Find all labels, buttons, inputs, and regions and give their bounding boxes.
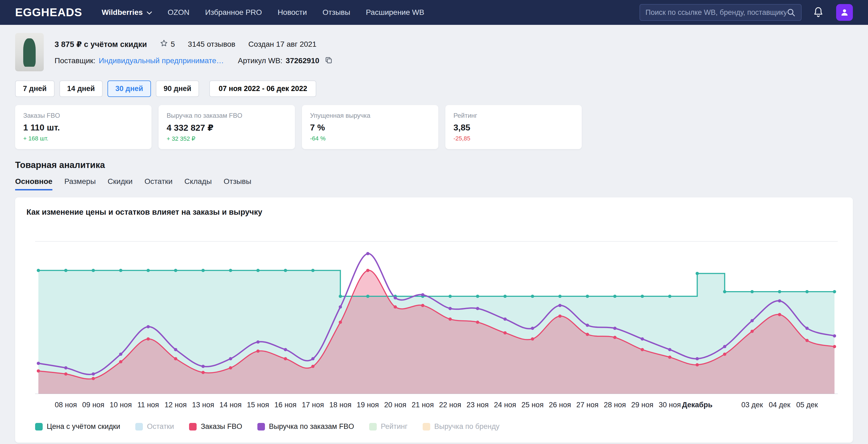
data-point	[476, 295, 479, 298]
user-icon	[840, 7, 849, 18]
data-point	[366, 269, 369, 272]
search-icon[interactable]	[786, 8, 796, 17]
copy-article-button[interactable]	[324, 56, 333, 65]
period-90d-button[interactable]: 90 дней	[156, 81, 199, 97]
analytics-tabs: ОсновноеРазмерыСкидкиОстаткиСкладыОтзывы	[15, 177, 853, 190]
data-point	[778, 290, 781, 293]
legend-item-stocks[interactable]: Остатки	[135, 422, 174, 431]
data-point	[805, 339, 809, 342]
x-tick-label: 28 ноя	[604, 401, 626, 409]
stat-card-lost-revenue: Упущенная выручка7 %-64 %	[302, 105, 438, 149]
nav-item-news[interactable]: Новости	[278, 8, 307, 17]
data-point	[750, 290, 754, 293]
nav-item-label: OZON	[168, 8, 190, 17]
data-point	[92, 373, 95, 376]
x-tick-label: 12 ноя	[164, 401, 187, 409]
supplier-link[interactable]: Индивидуальный предпринимате…	[99, 57, 224, 65]
legend-swatch	[135, 423, 143, 431]
data-point	[586, 295, 589, 298]
data-point	[503, 295, 507, 298]
stat-delta: -64 %	[310, 135, 430, 142]
product-image[interactable]	[15, 33, 44, 71]
product-rating: 5	[160, 39, 175, 49]
stats-row: Заказы FBO1 110 шт.+ 168 шт.Выручка по з…	[15, 105, 853, 149]
legend-item-brand-revenue[interactable]: Выручка по бренду	[423, 422, 499, 431]
tab-stocks[interactable]: Остатки	[145, 177, 173, 190]
page-content: 3 875 ₽ с учётом скидки 5 3145 отзывов С…	[0, 33, 868, 443]
data-point	[696, 272, 699, 275]
data-point	[311, 269, 315, 272]
tab-main[interactable]: Основное	[15, 177, 52, 190]
data-point	[586, 333, 589, 336]
data-point	[723, 345, 726, 348]
data-point	[174, 357, 177, 360]
stat-value: 1 110 шт.	[23, 123, 144, 133]
legend-item-rating[interactable]: Рейтинг	[369, 422, 407, 431]
nav-item-wildberries[interactable]: Wildberries	[101, 8, 152, 17]
period-buttons: 7 дней14 дней30 дней90 дней	[15, 81, 199, 97]
nav-item-reviews[interactable]: Отзывы	[322, 8, 350, 17]
search-box[interactable]	[640, 4, 802, 21]
legend-label: Цена с учётом скидки	[47, 422, 120, 431]
legend-item-orders-fbo[interactable]: Заказы FBO	[189, 422, 242, 431]
period-selector: 7 дней14 дней30 дней90 дней 07 ноя 2022 …	[15, 81, 853, 97]
period-30d-button[interactable]: 30 дней	[107, 81, 151, 97]
data-point	[641, 295, 644, 298]
nav-item-favorites-pro[interactable]: Избранное PRO	[205, 8, 262, 17]
data-point	[503, 318, 507, 321]
stat-value: 7 %	[310, 123, 430, 133]
legend-label: Рейтинг	[381, 422, 407, 431]
x-tick-label: 14 ноя	[220, 401, 242, 409]
stat-delta: + 32 352 ₽	[167, 135, 287, 142]
data-point	[448, 318, 452, 321]
data-point	[366, 252, 369, 255]
data-point	[531, 337, 534, 341]
legend-item-revenue-fbo[interactable]: Выручка по заказам FBO	[257, 422, 354, 431]
data-point	[531, 295, 534, 298]
eggheads-logo[interactable]: EGGHEADS	[15, 6, 82, 19]
date-range-picker[interactable]: 07 ноя 2022 - 06 дек 2022	[209, 81, 316, 97]
x-tick-label: 26 ноя	[549, 401, 571, 409]
tab-warehouses[interactable]: Склады	[184, 177, 212, 190]
period-7d-button[interactable]: 7 дней	[15, 81, 55, 97]
data-point	[229, 357, 232, 360]
period-14d-button[interactable]: 14 дней	[59, 81, 103, 97]
nav-item-ozon[interactable]: OZON	[168, 8, 190, 17]
profile-button[interactable]	[836, 4, 853, 21]
rating-value: 5	[171, 40, 175, 49]
data-point	[256, 349, 259, 353]
x-tick-label: 13 ноя	[192, 401, 214, 409]
data-point	[229, 366, 232, 370]
data-point	[668, 295, 672, 298]
data-point	[119, 352, 122, 356]
tab-discounts[interactable]: Скидки	[108, 177, 133, 190]
top-navbar: EGGHEADS WildberriesOZONИзбранное PROНов…	[0, 0, 868, 25]
star-icon	[160, 39, 168, 49]
data-point	[613, 336, 617, 339]
stat-card-revenue-fbo: Выручка по заказам FBO4 332 827 ₽+ 32 35…	[158, 105, 295, 149]
x-axis-labels: 08 ноя09 ноя10 ноя11 ноя12 ноя13 ноя14 н…	[35, 401, 838, 412]
nav-item-label: Отзывы	[322, 8, 350, 17]
x-tick-label: 09 ноя	[82, 401, 104, 409]
data-point	[339, 295, 342, 298]
chart-canvas[interactable]	[35, 232, 838, 397]
data-point	[558, 314, 561, 318]
tab-reviews[interactable]: Отзывы	[224, 177, 251, 190]
data-point	[476, 307, 479, 310]
legend-item-price[interactable]: Цена с учётом скидки	[35, 422, 120, 431]
search-input[interactable]	[646, 8, 786, 17]
tab-sizes[interactable]: Размеры	[64, 177, 96, 190]
nav-item-label: Новости	[278, 8, 307, 17]
data-point	[119, 360, 122, 363]
x-tick-label: 30 ноя	[659, 401, 681, 409]
notifications-button[interactable]	[813, 6, 824, 19]
stat-delta: + 168 шт.	[23, 135, 144, 142]
nav-item-wb-extension[interactable]: Расширение WB	[366, 8, 424, 17]
x-tick-label: 17 ноя	[302, 401, 324, 409]
data-point	[311, 365, 315, 368]
reviews-count: 3145 отзывов	[188, 40, 236, 49]
data-point	[558, 304, 561, 307]
legend-swatch	[189, 423, 196, 431]
data-point	[394, 296, 397, 299]
legend-swatch	[423, 423, 430, 431]
